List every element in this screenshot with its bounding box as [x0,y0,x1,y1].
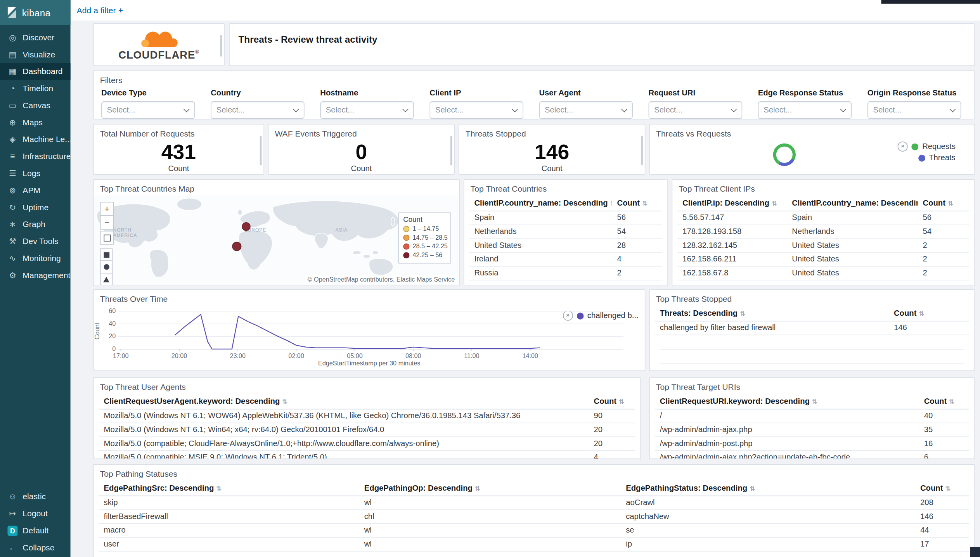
sort-icon[interactable] [919,310,925,317]
column-label: Count [924,397,947,406]
filter-select[interactable]: Select... [429,101,523,119]
sidebar-item[interactable]: ⚒ Dev Tools [0,233,71,250]
filter-select[interactable]: Select... [649,101,743,119]
column-header[interactable]: Count [589,393,635,409]
legend-expand-icon[interactable] [898,142,908,152]
zoom-in-button[interactable]: + [100,202,114,216]
sidebar-item[interactable]: ◔ Timelion [0,80,71,97]
sort-icon[interactable] [812,398,818,405]
sort-icon[interactable] [610,200,612,207]
table-cell: Mozilla/5.0 (Windows NT 6.1; WOW64) Appl… [99,409,589,423]
filter-select[interactable]: Select... [211,101,305,119]
filter-select[interactable]: Select... [101,101,195,119]
panel-scrollbar[interactable] [220,35,222,57]
sidebar-item-icon: ▤ [7,50,17,59]
threats-over-time-chart[interactable]: 020406017:0020:0023:0002:0005:0008:0011:… [97,305,629,363]
table-cell: 2 [612,266,663,280]
column-header[interactable]: ClientRequestURI.keyword: Descending [655,393,919,409]
sidebar-item[interactable]: ⊕ Maps [0,114,71,131]
sidebar-item[interactable]: ∿ Monitoring [0,250,71,267]
map-bounds-filter-button[interactable] [100,231,114,245]
column-header[interactable]: ClientRequestUserAgent.keyword: Descendi… [99,393,589,409]
column-header[interactable]: EdgePathingStatus: Descending [621,480,915,496]
world-map[interactable]: NORTHAMERICAEUROPEASIA + − Count [94,195,459,285]
column-header[interactable]: Count [918,195,969,211]
legend-item[interactable]: Requests [898,142,956,152]
sort-icon[interactable] [642,200,648,207]
filter-select[interactable]: Select... [539,101,633,119]
table-cell: 162.158.66.211 [677,253,787,266]
kibana-logo[interactable]: kibana [0,0,71,25]
table-cell: 5.56.57.147 [677,211,787,225]
svg-text:0: 0 [112,345,116,352]
map-rectangle-tool-button[interactable] [100,248,113,261]
column-header[interactable]: EdgePathingOp: Descending [359,480,621,496]
metric-value: 431 [161,141,196,162]
panel-scrollbar[interactable] [450,136,452,165]
sidebar-item[interactable]: ◈ Machine Le... [0,131,71,148]
sidebar-footer-item[interactable]: ☺ elastic [0,488,71,505]
threats-vs-requests-donut[interactable] [773,144,796,166]
legend-item[interactable]: Threats [918,154,955,163]
map-polygon-tool-button[interactable] [100,273,113,285]
panel-scrollbar[interactable] [260,136,262,165]
sidebar-item[interactable]: ◎ Discover [0,29,71,46]
table-cell: 2 [918,266,969,280]
sidebar-footer-item[interactable]: ← Collapse [0,539,71,556]
table-cell: 4 [612,253,663,266]
sort-icon[interactable] [948,200,953,207]
sidebar-item[interactable]: ▭ Canvas [0,97,71,114]
sort-icon[interactable] [619,398,625,405]
sort-icon[interactable] [750,485,755,492]
column-header[interactable]: Count [919,393,970,409]
sidebar-footer-item[interactable]: ↦ Logout [0,505,71,522]
filter-select[interactable]: Select... [758,101,852,119]
column-header[interactable]: ClientIP.ip: Descending [677,195,787,211]
bucket-label: 42.25 – 56 [413,252,443,259]
sidebar-item[interactable]: ☰ Logs [0,165,71,182]
column-header[interactable]: Count [889,305,970,321]
panel-threats-over-time: Threats Over Time challenged b... Count … [93,289,646,371]
zoom-out-button[interactable]: − [100,216,114,230]
sort-icon[interactable] [945,485,951,492]
column-header[interactable]: Count [915,480,969,496]
sidebar-item[interactable]: ▤ Visualize [0,46,71,63]
select-placeholder: Select... [216,106,245,114]
sidebar-item[interactable]: ∗ Graph [0,216,71,233]
sort-icon[interactable] [949,398,955,405]
sidebar-footer-icon: ↦ [7,509,17,518]
map-threat-marker[interactable] [232,242,241,251]
sidebar-item[interactable]: ⚙ Management [0,266,71,284]
sidebar-footer-item[interactable]: D Default [0,522,71,539]
add-filter-button[interactable]: Add a filter + [77,6,123,15]
filter-select[interactable]: Select... [867,101,961,119]
sidebar-item[interactable]: ▦ Dashboard [0,63,71,80]
filter-select[interactable]: Select... [320,101,414,119]
filter-field-label: Hostname [320,89,414,98]
sort-icon[interactable] [772,200,777,207]
sort-icon[interactable] [740,310,746,317]
panel-scrollbar[interactable] [641,136,643,165]
sort-icon[interactable] [475,485,480,492]
column-header[interactable]: ClientIP.country_name: Descending [469,195,612,211]
column-header[interactable]: EdgePathingSrc: Descending [99,480,359,496]
table-cell: Spain [469,211,612,225]
sort-icon[interactable] [216,485,222,492]
select-placeholder: Select... [326,106,354,114]
column-header[interactable]: Count [612,195,663,211]
sidebar-item[interactable]: ⊚ APM [0,182,71,199]
bucket-label: 14.75 – 28.5 [413,234,448,241]
sort-icon[interactable] [282,398,288,405]
polygon-icon [103,277,109,282]
panel-title: Top Threat Countries Map [94,180,459,194]
panel-title: Top Threat Countries [464,180,668,194]
filter-field: Edge Response Status Select... [758,87,852,119]
map-circle-tool-button[interactable] [100,261,113,273]
sidebar-item[interactable]: ↻ Uptime [0,199,71,216]
map-threat-marker[interactable] [242,223,250,231]
sidebar-item[interactable]: ≡ Infrastructure [0,148,71,165]
column-header[interactable]: Threats: Descending [655,305,889,321]
column-header[interactable]: ClientIP.country_name: Descending [787,195,918,211]
map-legend: Count 1 – 14.75 14.75 – 28.5 [398,212,451,264]
map-legend-bucket: 42.25 – 56 [403,252,446,259]
